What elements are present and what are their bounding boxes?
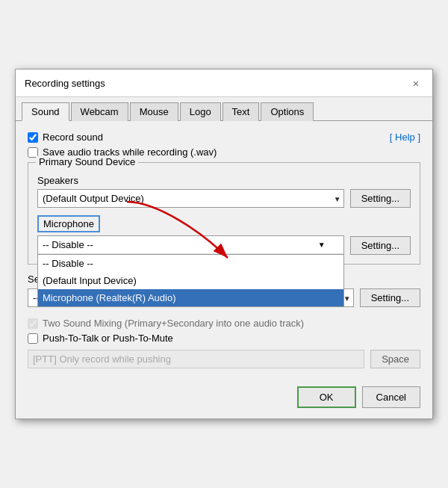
options-rows: Two Sound Mixing (Primary+Secondary into… bbox=[28, 318, 420, 344]
speakers-dropdown-wrapper: (Default Output Device) ▼ bbox=[37, 189, 344, 208]
speakers-dropdown[interactable]: (Default Output Device) bbox=[37, 189, 344, 208]
microphone-section: Microphone -- Disable -- ▼ -- Disable - bbox=[37, 215, 411, 255]
tab-webcam[interactable]: Webcam bbox=[71, 102, 128, 121]
speakers-setting-button[interactable]: Setting... bbox=[350, 189, 411, 208]
primary-section-label: Primary Sound Device bbox=[36, 156, 138, 167]
ok-button[interactable]: OK bbox=[297, 386, 356, 408]
mic-option-disable[interactable]: -- Disable -- bbox=[38, 255, 343, 272]
cancel-button[interactable]: Cancel bbox=[362, 386, 420, 408]
two-sound-mixing-label: Two Sound Mixing (Primary+Secondary into… bbox=[43, 318, 304, 329]
two-sound-mixing-checkbox[interactable] bbox=[28, 318, 38, 329]
microphone-dropdown[interactable]: -- Disable -- ▼ bbox=[37, 235, 344, 255]
recording-settings-dialog: Recording settings × Sound Webcam Mouse … bbox=[15, 69, 433, 419]
tab-mouse[interactable]: Mouse bbox=[130, 102, 178, 121]
footer: OK Cancel bbox=[16, 379, 432, 418]
ptt-dropdown[interactable]: [PTT] Only record while pushing bbox=[28, 350, 364, 368]
push-to-talk-label: Push-To-Talk or Push-To-Mute bbox=[43, 333, 173, 344]
checkboxes-group: Record sound Save audio tracks while rec… bbox=[28, 132, 217, 158]
tab-options[interactable]: Options bbox=[261, 102, 314, 121]
microphone-setting-button[interactable]: Setting... bbox=[350, 236, 411, 255]
record-sound-label: Record sound bbox=[43, 132, 103, 143]
microphone-row: -- Disable -- ▼ -- Disable -- (Default I… bbox=[37, 235, 411, 255]
speakers-row: (Default Output Device) ▼ Setting... bbox=[37, 189, 411, 208]
speakers-label: Speakers bbox=[37, 175, 411, 186]
ptt-row: [PTT] Only record while pushing Space bbox=[28, 350, 420, 368]
record-sound-checkbox[interactable] bbox=[28, 132, 38, 143]
primary-sound-section: Primary Sound Device Speakers (Default O… bbox=[28, 162, 420, 265]
content-area: Record sound Save audio tracks while rec… bbox=[16, 121, 432, 379]
tab-logo[interactable]: Logo bbox=[180, 102, 221, 121]
two-sound-mixing-row: Two Sound Mixing (Primary+Secondary into… bbox=[28, 318, 420, 329]
close-button[interactable]: × bbox=[408, 75, 423, 90]
space-button: Space bbox=[370, 350, 420, 368]
push-to-talk-row: Push-To-Talk or Push-To-Mute bbox=[28, 333, 420, 344]
dialog-title: Recording settings bbox=[25, 78, 105, 89]
top-row: Record sound Save audio tracks while rec… bbox=[28, 132, 420, 158]
tab-sound[interactable]: Sound bbox=[22, 102, 69, 121]
microphone-dropdown-list: -- Disable -- (Default Input Device) Mic… bbox=[37, 255, 344, 307]
record-sound-row: Record sound bbox=[28, 132, 217, 143]
mic-option-default[interactable]: (Default Input Device) bbox=[38, 272, 343, 289]
microphone-dropdown-wrapper: -- Disable -- ▼ -- Disable -- (Default I… bbox=[37, 235, 344, 255]
microphone-label: Microphone bbox=[37, 215, 100, 232]
options-section: Two Sound Mixing (Primary+Secondary into… bbox=[28, 318, 420, 368]
title-bar: Recording settings × bbox=[16, 70, 432, 97]
secondary-setting-button[interactable]: Setting... bbox=[360, 288, 420, 307]
microphone-dropdown-chevron: ▼ bbox=[318, 241, 326, 249]
mic-option-realtek[interactable]: Microphone (Realtek(R) Audio) bbox=[38, 289, 343, 306]
help-link[interactable]: [ Help ] bbox=[390, 132, 420, 143]
microphone-dropdown-header: -- Disable -- ▼ bbox=[38, 236, 343, 254]
tab-text[interactable]: Text bbox=[223, 102, 260, 121]
tab-bar: Sound Webcam Mouse Logo Text Options bbox=[16, 97, 432, 121]
push-to-talk-checkbox[interactable] bbox=[28, 333, 38, 344]
